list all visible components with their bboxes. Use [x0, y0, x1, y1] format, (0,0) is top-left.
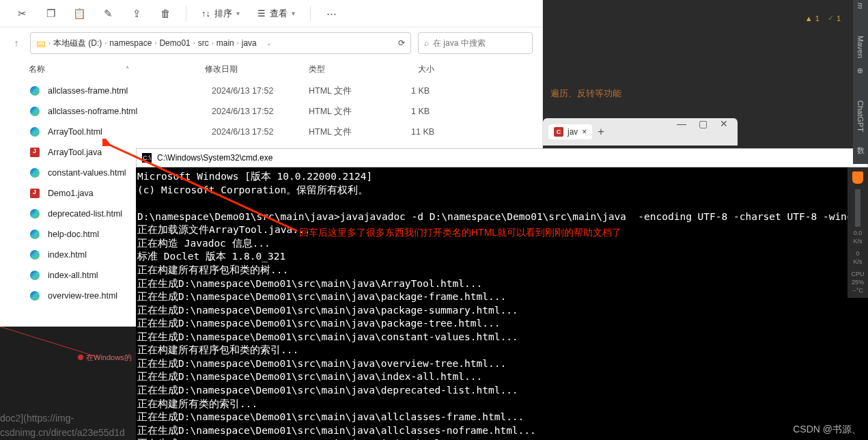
sort-dropdown[interactable]: ↑↓排序▾ — [195, 4, 247, 23]
edge-icon — [30, 209, 40, 219]
shield-icon — [852, 171, 863, 184]
view-dropdown[interactable]: ☰查看▾ — [251, 4, 302, 23]
ide-right-sidebar: m Maven ⊕ ChatGPT 数 — [853, 0, 868, 164]
browser-tab-strip: C jav × + — ▢ ✕ — [543, 118, 738, 146]
file-size: 11 KB — [411, 127, 479, 137]
db-tab[interactable]: 数 — [856, 141, 866, 164]
file-type: HTML 文件 — [309, 85, 411, 97]
refresh-icon[interactable]: ⟳ — [398, 38, 405, 48]
cmd-icon: C:\ — [142, 153, 152, 163]
up-arrow-icon[interactable]: ↑ — [10, 36, 23, 50]
column-headers[interactable]: 名称˄ 修改日期 类型 大小 — [0, 59, 542, 79]
rename-icon[interactable]: ✎ — [96, 4, 120, 23]
file-size: 1 KB — [411, 86, 479, 96]
status-dot-icon — [78, 355, 83, 360]
delete-icon[interactable]: 🗑 — [153, 4, 178, 23]
file-row[interactable]: allclasses-noframe.html2024/6/13 17:52HT… — [0, 101, 542, 122]
edge-icon — [30, 127, 40, 137]
edge-icon — [30, 250, 40, 260]
file-row[interactable]: ArrayTool.html2024/6/13 17:52HTML 文件11 K… — [0, 122, 542, 142]
explorer-toolbar: ✂ ❐ 📋 ✎ ⇪ 🗑 ↑↓排序▾ ☰查看▾ ⋯ — [0, 0, 542, 27]
edge-icon — [30, 168, 40, 178]
browser-tab[interactable]: C jav × — [548, 124, 592, 139]
share-icon[interactable]: ⇪ — [124, 4, 149, 23]
cmd-output[interactable]: Microsoft Windows [版本 10.0.22000.2124] (… — [136, 167, 868, 440]
chatgpt-label[interactable]: ChatGPT — [856, 100, 865, 132]
paste-icon[interactable]: 📋 — [67, 4, 92, 23]
copy-icon[interactable]: ❐ — [38, 4, 63, 23]
file-size: 1 KB — [411, 107, 479, 116]
sort-indicator-icon: ˄ — [126, 66, 129, 73]
status-text: 在Windows的 — [86, 353, 132, 363]
search-icon: ⌕ — [424, 38, 429, 48]
maven-label[interactable]: Maven — [856, 36, 865, 59]
watermark-left: doc2](https://img- csdnimg.cn/direct/a23… — [0, 411, 125, 440]
breadcrumb[interactable]: 🖴 › 本地磁盘 (D:)› namespace› Demo01› src› m… — [30, 32, 411, 54]
file-name: allclasses-frame.html — [48, 86, 212, 96]
maven-tab[interactable]: m — [856, 3, 865, 26]
edge-icon — [30, 86, 40, 96]
edge-icon — [30, 291, 40, 301]
csdn-icon: C — [554, 127, 563, 137]
watermark-right: CSDN @书源、 — [793, 424, 861, 436]
ide-warnings-badge[interactable]: ▲1 ✓1 — [805, 14, 841, 23]
maximize-button[interactable]: ▢ — [699, 118, 708, 129]
search-input[interactable]: ⌕ 在 java 中搜索 — [418, 32, 533, 54]
chatgpt-tab[interactable]: ⊕ — [856, 68, 865, 91]
drive-icon: 🖴 — [36, 38, 46, 49]
file-date: 2024/6/13 17:52 — [212, 127, 309, 137]
more-icon[interactable]: ⋯ — [319, 4, 344, 23]
edge-icon — [30, 230, 40, 239]
file-row[interactable]: allclasses-frame.html2024/6/13 17:52HTML… — [0, 81, 542, 101]
cmd-titlebar[interactable]: C:\ C:\Windows\System32\cmd.exe — [136, 148, 868, 167]
breadcrumb-dropdown[interactable]: ⌄ — [266, 40, 272, 46]
edge-icon — [30, 107, 40, 116]
file-date: 2024/6/13 17:52 — [212, 107, 309, 116]
java-icon — [30, 189, 40, 198]
file-type: HTML 文件 — [309, 126, 411, 138]
file-name: allclasses-noframe.html — [48, 107, 212, 116]
new-tab-button[interactable]: + — [598, 126, 604, 138]
resource-meters: 0.0 K/s 0 K/s CPU 25% --°C — [848, 167, 868, 298]
java-icon — [30, 148, 40, 157]
explorer-addressbar: ↑ 🖴 › 本地磁盘 (D:)› namespace› Demo01› src›… — [0, 27, 542, 59]
file-name: ArrayTool.html — [48, 127, 212, 137]
file-date: 2024/6/13 17:52 — [212, 86, 309, 96]
cmd-window: C:\ C:\Windows\System32\cmd.exe Microsof… — [136, 148, 868, 440]
close-button[interactable]: ✕ — [720, 118, 728, 129]
ide-hint-text: 遍历、反转等功能 — [550, 87, 621, 100]
edge-icon — [30, 271, 40, 280]
file-type: HTML 文件 — [309, 106, 411, 118]
new-icon[interactable]: ✂ — [10, 4, 34, 23]
tab-close[interactable]: × — [582, 127, 587, 137]
minimize-button[interactable]: — — [677, 118, 686, 129]
